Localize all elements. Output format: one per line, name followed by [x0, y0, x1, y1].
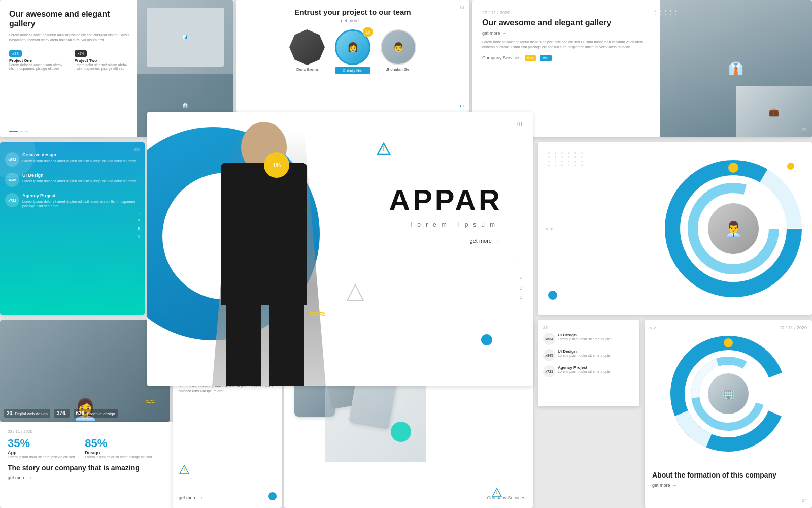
bl-stat1-body: Lorem ipsum dolor sit amet piscige elit …	[8, 455, 75, 459]
brt-item2: x845 UI Design Lorem ipsum dolor sit ame…	[543, 349, 634, 361]
tc-slide-num: 14	[459, 5, 464, 10]
ml-body3: Lorem ipsum dolor sit amet nupien adipis…	[22, 199, 140, 208]
tl-proj1-body: Lorem dolor sit amet nisam ateta-nlsin n…	[9, 63, 67, 70]
brt-items: x634 UI Design Lorem ipsum dolor sit ame…	[543, 333, 634, 345]
brr-arrows[interactable]: < >	[650, 325, 656, 330]
bl-stat2-label: Design	[85, 450, 152, 455]
bcl-get-more[interactable]: get more →	[179, 495, 204, 500]
brt-item3: x721 Agency Project Lorem ipsum dolor si…	[543, 365, 634, 377]
tl-badge2: x74	[75, 50, 87, 57]
tr-slide-num: 25	[802, 127, 807, 132]
svg-point-17	[724, 338, 733, 347]
ml-title2: UI Design	[22, 173, 136, 178]
tr-get-more[interactable]: get more →	[482, 30, 655, 36]
tr-sub-image: 💼	[736, 86, 812, 137]
tr-body: Lorem dolor sit amet nascetur ulabels ad…	[482, 40, 655, 50]
ml-services-slide: x634 Creative design Lorem ipsum dolor s…	[0, 142, 145, 315]
brr-donut: 🏢	[670, 335, 787, 452]
tl-proj1: Project One	[9, 58, 67, 63]
brr-text: About the formation of this company get …	[652, 470, 804, 488]
tc-title: Entrust your project to our team	[244, 8, 462, 16]
tl-title: Our awesome and elegant gallery	[9, 9, 132, 28]
tc-team-slide: Entrust your project to our team get mor…	[236, 0, 469, 112]
hero-badge: 1%	[264, 152, 289, 178]
ml-arrow: ›	[139, 211, 141, 216]
bl-stat1-label: App	[8, 450, 75, 455]
tr-badge2: x93	[540, 55, 552, 61]
tc-nav	[460, 105, 464, 107]
tr-title: Our awesome and elegant gallery	[482, 18, 655, 27]
ml-title3: Agency Project	[22, 193, 140, 198]
brr-date: 20 / 11 / 2020	[779, 325, 807, 330]
bl-stat1-num: 35%	[8, 437, 75, 450]
tl-badge1: x93	[9, 50, 22, 57]
ml-nav: ABC	[138, 216, 141, 241]
hero-blue-dot	[481, 334, 492, 345]
tl-nav-dots	[9, 131, 28, 132]
mr-donut: 👨‍💼	[665, 160, 802, 297]
tr-dots	[655, 10, 678, 15]
mr-arrows[interactable]: < >	[546, 226, 553, 232]
tc-get-more[interactable]: get more →	[244, 18, 462, 23]
ml-item-3: x721 Agency Project Lorem ipsum dolor si…	[5, 193, 140, 208]
tl-image: 📊	[137, 0, 233, 74]
mr-yellow-dot	[787, 163, 794, 170]
mr-circle-slide: 👨‍💼 < >	[538, 142, 812, 315]
blt-stats: 20. Digital web design 376. 638. Creativ…	[0, 405, 170, 422]
mr-dots	[548, 152, 585, 166]
hero-triangle-outline	[345, 282, 365, 305]
tc-members: Deris Brena 👩 1x Chindy Ner 👨 Jhonatan G…	[244, 29, 462, 74]
tr-badge1: x74	[525, 55, 536, 61]
ml-slide-num: 08	[134, 147, 140, 152]
tl-body: Lorem dolor sit amet nascetur adipisit p…	[9, 33, 132, 43]
member1-name: Deris Brena	[289, 67, 325, 72]
svg-marker-2	[347, 284, 363, 301]
brr-title: About the formation of this company	[652, 470, 804, 480]
bcl-triangle	[179, 464, 190, 478]
tl-proj2-body: Lorem dolor sit amet nisam ateta-nlsin n…	[75, 63, 132, 70]
hero-nav: ABC	[520, 274, 523, 302]
brr-get-more[interactable]: get more →	[652, 483, 804, 488]
brt-services-slide: 28 x634 UI Design Lorem ipsum dolor sit …	[538, 320, 639, 406]
hero-slide-num: 01	[517, 122, 523, 128]
bl-stat2-num: 85%	[85, 437, 152, 450]
blt-image-slide: 👩‍💼 ≈≈ 07 abc 20. Digital web design 376…	[0, 320, 170, 422]
tl-proj2: Project Two	[75, 58, 132, 63]
team-member-2: 👩 1x Chindy Ner	[335, 29, 370, 74]
brr-about-slide: 20 / 11 / 2020 < > 🏢 About the formation	[645, 320, 812, 508]
hero-logo: APPAR	[389, 183, 502, 217]
bl-stat2-body: Lorem ipsum dolor sit amet piscige elit …	[85, 455, 152, 459]
brt-slide-num: 28	[543, 325, 634, 330]
hero-down-arrow: ↓	[518, 254, 520, 260]
hero-subtitle: lorem ipsum	[411, 221, 500, 228]
tr-date: 20 / 11 / 2020	[482, 10, 655, 15]
member2-name: Chindy Ner	[335, 67, 370, 74]
svg-point-7	[728, 163, 738, 173]
hero-slide: 1% ≈≈≈ APPAR lorem ipsum get more→ 01 AB…	[147, 112, 533, 386]
ml-item-2: x845 UI Design Lorem ipsum dolor sit ame…	[5, 173, 140, 187]
team-member-3: 👨 Jhonatan Ger	[381, 29, 416, 74]
ml-body1: Lorem ipsum dolor sit amet nupien adipis…	[22, 158, 136, 163]
hero-triangle-icon	[377, 142, 391, 158]
bc-triangle	[491, 487, 502, 500]
tr-badges: Company Services x74 x93	[482, 55, 655, 61]
bcl-blue-dot	[268, 492, 277, 500]
hero-get-more[interactable]: get more→	[470, 238, 500, 244]
tr-company-label: Company Services	[482, 55, 521, 60]
mr-blue-dot	[548, 291, 557, 300]
member3-name: Jhonatan Ger	[381, 67, 416, 72]
brr-slide-num: 04	[802, 498, 807, 503]
team-member-1: Deris Brena	[289, 29, 325, 74]
ml-body2: Lorem ipsum dolor sit amet nupien adipis…	[22, 179, 136, 183]
ml-badge3: x721	[5, 193, 19, 207]
ml-title1: Creative design	[22, 152, 136, 157]
